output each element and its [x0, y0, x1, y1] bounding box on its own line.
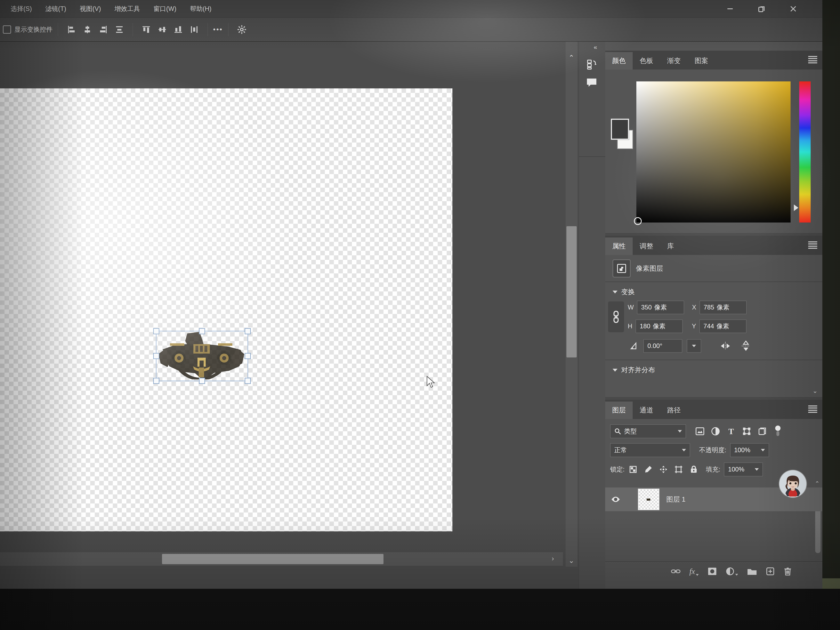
align-right-edges-icon[interactable]: [98, 24, 109, 35]
add-layer-mask-icon[interactable]: [708, 567, 717, 575]
transform-handle-top-left[interactable]: [153, 328, 159, 334]
menu-view[interactable]: 视图(V): [74, 2, 106, 15]
align-left-edges-icon[interactable]: [65, 24, 77, 35]
pixel-layer-filter-icon[interactable]: [694, 426, 706, 437]
more-options-icon[interactable]: •••: [213, 25, 223, 33]
transform-handle-top-center[interactable]: [199, 328, 205, 334]
tab-adjustments[interactable]: 调整: [633, 237, 660, 255]
blend-mode-dropdown[interactable]: 正常: [610, 443, 690, 457]
tab-swatches[interactable]: 色板: [633, 52, 660, 69]
lock-position-icon[interactable]: [658, 464, 669, 475]
gear-icon[interactable]: [236, 24, 248, 35]
foreground-background-swatches[interactable]: [611, 119, 633, 150]
transform-handle-bottom-left[interactable]: [153, 378, 159, 384]
tab-properties[interactable]: 属性: [605, 237, 633, 255]
link-dimensions-icon[interactable]: [608, 302, 624, 332]
tab-paths[interactable]: 路径: [660, 401, 688, 419]
tab-channels[interactable]: 通道: [633, 401, 660, 419]
document-canvas-transparent[interactable]: [0, 88, 452, 531]
horizontal-scrollbar[interactable]: [0, 552, 563, 566]
align-top-edges-icon[interactable]: [140, 24, 152, 35]
height-field[interactable]: 180像素: [636, 319, 683, 333]
lock-transparent-pixels-icon[interactable]: [628, 464, 638, 475]
tab-layers[interactable]: 图层: [605, 401, 633, 419]
saturation-brightness-field[interactable]: [636, 81, 791, 223]
align-bottom-edges-icon[interactable]: [172, 24, 184, 35]
shape-layer-filter-icon[interactable]: [741, 426, 752, 437]
tab-color[interactable]: 颜色: [605, 52, 633, 69]
h-label: H: [628, 322, 632, 330]
close-icon[interactable]: [789, 4, 798, 13]
transform-section-header[interactable]: 变换: [605, 282, 823, 301]
distribute-horizontal-centers-icon[interactable]: [188, 24, 200, 35]
restore-icon[interactable]: [757, 4, 766, 13]
layer-object-sprite[interactable]: [156, 332, 246, 379]
panel-scroll-down-icon[interactable]: ⌄: [813, 387, 818, 394]
filter-type-dropdown[interactable]: 类型: [610, 424, 686, 438]
opacity-dropdown[interactable]: 100%: [730, 443, 769, 457]
fill-dropdown[interactable]: 100%: [724, 463, 763, 477]
hue-slider[interactable]: [799, 81, 811, 223]
layer-name[interactable]: 图层 1: [666, 495, 685, 504]
type-layer-filter-icon[interactable]: T: [725, 426, 737, 437]
layer-thumbnail[interactable]: [638, 489, 659, 510]
align-horizontal-centers-icon[interactable]: [81, 24, 93, 35]
align-vertical-centers-icon[interactable]: [156, 24, 168, 35]
width-field[interactable]: 350像素: [637, 301, 684, 314]
flip-vertical-icon[interactable]: [741, 341, 751, 351]
panel-menu-icon[interactable]: [808, 56, 817, 63]
color-field-picker[interactable]: [634, 217, 642, 225]
expand-panels-icon[interactable]: «: [594, 44, 597, 51]
lock-all-icon[interactable]: [688, 464, 699, 475]
tab-gradients[interactable]: 渐变: [660, 52, 688, 69]
menu-filter[interactable]: 滤镜(T): [40, 2, 71, 15]
lock-image-pixels-icon[interactable]: [643, 464, 654, 475]
tab-patterns[interactable]: 图案: [688, 52, 715, 69]
panel-menu-icon[interactable]: [808, 406, 817, 413]
tab-libraries[interactable]: 库: [660, 237, 681, 255]
new-layer-icon[interactable]: [766, 567, 775, 576]
align-distribute-section-header[interactable]: 对齐并分布: [605, 360, 823, 379]
transform-handle-mid-right[interactable]: [245, 353, 251, 359]
link-layers-icon[interactable]: [671, 568, 681, 575]
hue-slider-marker[interactable]: [794, 204, 798, 211]
menu-window[interactable]: 窗口(W): [148, 2, 182, 15]
show-transform-controls-checkbox[interactable]: [3, 25, 11, 34]
x-position-field[interactable]: 785像素: [699, 301, 747, 314]
transform-handle-top-right[interactable]: [245, 328, 251, 334]
delete-layer-trash-icon[interactable]: [783, 567, 792, 576]
menu-select[interactable]: 选择(S): [5, 2, 37, 15]
options-divider: [228, 23, 229, 36]
transform-handle-bottom-right[interactable]: [245, 378, 251, 384]
distribute-vertical-centers-icon[interactable]: [114, 24, 125, 35]
new-group-folder-icon[interactable]: [747, 567, 757, 575]
layer-style-fx-icon[interactable]: fx: [690, 567, 699, 576]
y-position-field[interactable]: 744像素: [699, 319, 747, 333]
scroll-down-arrow-icon[interactable]: ⌄: [568, 556, 575, 565]
horizontal-scrollbar-thumb[interactable]: [162, 554, 384, 564]
flip-horizontal-icon[interactable]: [720, 341, 731, 351]
foreground-color-swatch[interactable]: [611, 119, 629, 140]
transform-handle-mid-left[interactable]: [153, 353, 159, 359]
transform-handle-bottom-center[interactable]: [199, 378, 205, 384]
lock-artboard-icon[interactable]: [673, 464, 684, 475]
window-controls: [726, 0, 798, 17]
new-adjustment-layer-icon[interactable]: [726, 567, 738, 576]
adjustment-layer-filter-icon[interactable]: [710, 426, 721, 437]
transform-bounding-box[interactable]: [156, 331, 248, 381]
scroll-right-arrow-icon[interactable]: ›: [552, 554, 554, 562]
filter-switch-icon[interactable]: [772, 426, 783, 437]
notes-panel-icon[interactable]: [585, 76, 598, 89]
menu-help[interactable]: 帮助(H): [185, 2, 217, 15]
vertical-scrollbar[interactable]: ⌃ ⌄: [565, 42, 578, 567]
panel-menu-icon[interactable]: [808, 242, 817, 249]
smart-object-filter-icon[interactable]: [756, 426, 768, 437]
vertical-scrollbar-thumb[interactable]: [567, 226, 577, 357]
menu-plugins[interactable]: 增效工具: [109, 2, 145, 15]
layer-visibility-eye-icon[interactable]: [611, 496, 621, 503]
scroll-up-arrow-icon[interactable]: ⌃: [568, 54, 575, 62]
minimize-icon[interactable]: [726, 4, 734, 13]
rotation-field[interactable]: 0.00°: [643, 339, 682, 353]
history-panel-icon[interactable]: [585, 58, 598, 71]
rotation-dropdown[interactable]: [687, 339, 701, 353]
